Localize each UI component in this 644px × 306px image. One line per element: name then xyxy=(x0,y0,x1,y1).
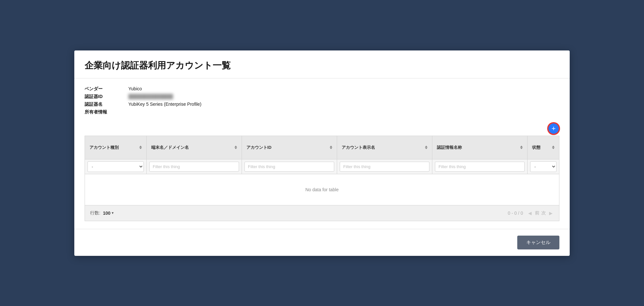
sort-icon-account-display xyxy=(425,146,428,149)
pagination-info: 0 - 0 / 0 xyxy=(508,211,523,216)
rows-dropdown-arrow-icon: ▼ xyxy=(111,211,114,215)
rows-per-page-number: 100 xyxy=(103,211,110,216)
th-device-domain[interactable]: 端末名／ドメイン名 xyxy=(146,136,242,159)
pagination: 0 - 0 / 0 ◀ 前 次 ▶ xyxy=(508,210,554,216)
modal-title: 企業向け認証器利用アカウント一覧 xyxy=(85,59,559,72)
rows-per-page-value[interactable]: 100 ▼ xyxy=(103,211,114,216)
filter-device-domain-input[interactable] xyxy=(149,162,239,172)
filter-account-id-cell xyxy=(242,159,337,174)
sort-icon-account-id xyxy=(330,146,332,149)
auth-id-value: ██████████████ xyxy=(128,94,559,100)
table-section: + アカウント種別 xyxy=(85,123,559,221)
th-account-display[interactable]: アカウント表示名 xyxy=(337,136,432,159)
pagination-prev-arrow[interactable]: ◀ xyxy=(527,210,533,216)
auth-name-value: YubiKey 5 Series (Enterprise Profile) xyxy=(128,102,559,107)
auth-name-label: 認証器名 xyxy=(85,102,123,107)
sort-icon-auth-info xyxy=(520,146,523,149)
modal-body: ベンダー Yubico 認証器ID ██████████████ 認証器名 Yu… xyxy=(74,78,570,229)
rows-per-page-section: 行数: 100 ▼ xyxy=(90,210,114,216)
filter-account-display-cell xyxy=(337,159,432,174)
cancel-button[interactable]: キャンセル xyxy=(517,236,559,249)
th-account-type[interactable]: アカウント種別 xyxy=(85,136,147,159)
modal-header: 企業向け認証器利用アカウント一覧 xyxy=(74,50,570,78)
th-status[interactable]: 状態 xyxy=(528,136,559,159)
data-table: アカウント種別 端末名／ドメイン名 xyxy=(85,136,559,205)
filter-auth-info-input[interactable] xyxy=(435,162,525,172)
filter-account-id-input[interactable] xyxy=(244,162,334,172)
sort-icon-status xyxy=(552,146,555,149)
add-button-row: + xyxy=(85,123,559,134)
pagination-prev-label[interactable]: 前 xyxy=(535,210,539,216)
rows-per-page-label: 行数: xyxy=(90,210,100,216)
pagination-next-arrow[interactable]: ▶ xyxy=(548,210,554,216)
filter-auth-info-cell xyxy=(432,159,528,174)
empty-row: No data for table xyxy=(85,174,559,205)
filter-account-type-select[interactable]: - xyxy=(87,161,144,172)
empty-message: No data for table xyxy=(85,174,559,205)
owner-label: 所有者情報 xyxy=(85,109,123,115)
table-footer: 行数: 100 ▼ 0 - 0 / 0 ◀ 前 次 ▶ xyxy=(85,205,559,221)
filter-account-display-input[interactable] xyxy=(340,162,429,172)
pagination-next-label[interactable]: 次 xyxy=(541,210,546,216)
owner-value xyxy=(128,109,559,115)
filter-row: - xyxy=(85,159,559,174)
filter-status-cell: - xyxy=(528,159,559,174)
th-auth-info[interactable]: 認証情報名称 xyxy=(432,136,528,159)
auth-id-label: 認証器ID xyxy=(85,94,123,100)
modal-container: 企業向け認証器利用アカウント一覧 ベンダー Yubico 認証器ID █████… xyxy=(74,50,570,256)
sort-icon-account-type xyxy=(139,146,142,149)
th-account-id[interactable]: アカウントID xyxy=(242,136,337,159)
pagination-nav: ◀ 前 次 ▶ xyxy=(527,210,554,216)
vendor-value: Yubico xyxy=(128,86,559,92)
filter-status-select[interactable]: - xyxy=(530,161,557,172)
info-grid: ベンダー Yubico 認証器ID ██████████████ 認証器名 Yu… xyxy=(85,86,559,115)
modal-footer: キャンセル xyxy=(74,229,570,256)
sort-icon-device-domain xyxy=(235,146,237,149)
add-button[interactable]: + xyxy=(548,123,559,134)
info-section: ベンダー Yubico 認証器ID ██████████████ 認証器名 Yu… xyxy=(85,86,559,115)
table-header-row: アカウント種別 端末名／ドメイン名 xyxy=(85,136,559,159)
filter-device-domain-cell xyxy=(146,159,242,174)
filter-account-type-cell: - xyxy=(85,159,147,174)
vendor-label: ベンダー xyxy=(85,86,123,92)
